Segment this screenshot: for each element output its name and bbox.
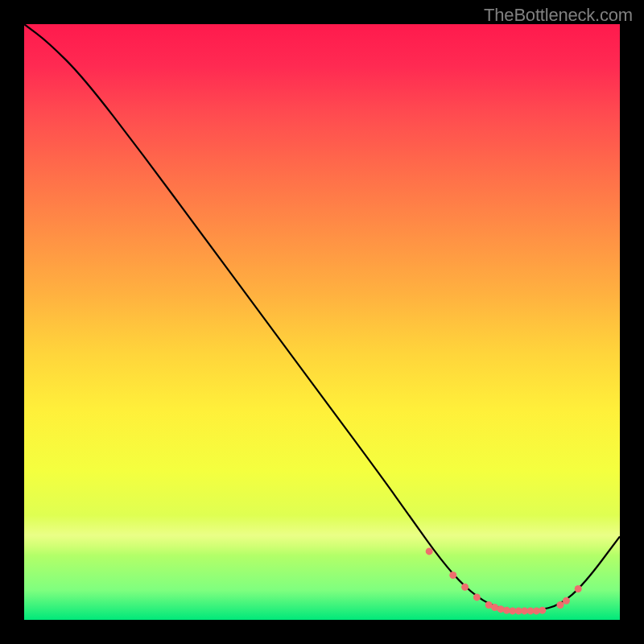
marker-dot <box>497 605 505 613</box>
chart-svg <box>24 24 620 620</box>
marker-dot <box>449 572 456 579</box>
bottleneck-curve <box>24 24 620 611</box>
watermark-text: TheBottleneck.com <box>484 5 633 26</box>
plot-area <box>24 24 620 620</box>
marker-dot <box>473 593 481 601</box>
marker-dot <box>461 584 469 591</box>
marker-dot <box>563 597 570 605</box>
marker-dot <box>557 601 564 609</box>
marker-dot <box>575 585 582 592</box>
highlight-dots <box>426 547 582 614</box>
marker-dot <box>539 607 546 614</box>
marker-dot <box>426 547 433 555</box>
